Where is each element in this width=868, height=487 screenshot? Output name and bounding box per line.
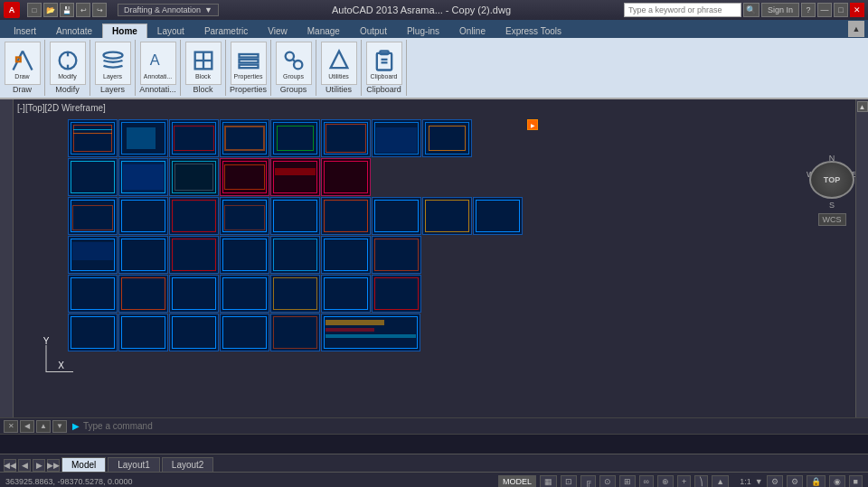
sheet-18[interactable] xyxy=(220,197,269,235)
scroll-up-btn[interactable]: ▲ xyxy=(857,101,868,112)
clipboard-icon[interactable]: Clipboard xyxy=(366,42,402,85)
sheet-39[interactable] xyxy=(118,314,168,351)
sheet-1[interactable] xyxy=(68,119,118,157)
tab-annotate[interactable]: Annotate xyxy=(46,23,102,38)
tab-nav-next[interactable]: ▶ xyxy=(33,459,45,472)
sheet-31[interactable] xyxy=(68,275,118,313)
groups-icon[interactable]: Groups xyxy=(276,42,312,85)
tab-nav-first[interactable]: ◀◀ xyxy=(4,459,16,472)
sheet-12[interactable] xyxy=(220,158,269,196)
ducs-btn[interactable]: ⊕ xyxy=(657,475,674,488)
model-btn[interactable]: MODEL xyxy=(498,475,536,488)
undo-btn[interactable]: ↩ xyxy=(76,3,90,17)
lw-btn[interactable]: ⎞ xyxy=(694,475,708,488)
cmd-down-btn[interactable]: ▼ xyxy=(52,420,67,433)
tab-layout1[interactable]: Layout1 xyxy=(108,457,160,472)
draw-icon[interactable]: Draw xyxy=(5,42,41,85)
sheet-2[interactable] xyxy=(118,119,168,157)
tab-parametric[interactable]: Parametric xyxy=(194,23,258,38)
sheet-25[interactable] xyxy=(118,236,168,274)
sheet-6[interactable] xyxy=(321,119,371,157)
sheet-32[interactable] xyxy=(118,275,168,313)
cmd-prev-btn[interactable]: ◀ xyxy=(20,420,34,433)
workspace-dropdown[interactable]: Drafting & Annotation ▼ xyxy=(118,4,219,16)
sheet-40[interactable] xyxy=(169,314,219,351)
sheet-11[interactable] xyxy=(169,158,219,196)
tab-express[interactable]: Express Tools xyxy=(495,23,571,38)
tab-online[interactable]: Online xyxy=(449,23,495,38)
isolate-btn[interactable]: ◉ xyxy=(829,475,845,488)
osnap-btn[interactable]: ⊞ xyxy=(619,475,636,488)
right-scrollbar[interactable]: ▲ xyxy=(855,99,868,417)
sheet-42[interactable] xyxy=(270,314,320,351)
tab-view[interactable]: View xyxy=(258,23,297,38)
sheet-19[interactable] xyxy=(270,197,320,235)
command-input[interactable] xyxy=(83,421,861,431)
snap-btn[interactable]: ⊡ xyxy=(561,475,577,488)
utilities-icon[interactable]: Utilities xyxy=(321,42,357,85)
otrack-btn[interactable]: ∞ xyxy=(639,475,654,488)
ribbon-options[interactable]: ▲ xyxy=(848,21,864,37)
search-btn[interactable]: 🔍 xyxy=(743,3,760,17)
tab-nav-last[interactable]: ▶▶ xyxy=(47,459,60,472)
tab-home[interactable]: Home xyxy=(102,23,147,38)
sheet-7[interactable] xyxy=(372,119,421,157)
sheet-37[interactable] xyxy=(372,275,421,313)
qp-btn[interactable]: ▲ xyxy=(712,475,729,488)
scale-arrow[interactable]: ▼ xyxy=(755,477,763,486)
anno-scale-btn[interactable]: ⚙ xyxy=(767,475,783,488)
sheet-8[interactable] xyxy=(422,119,472,157)
sheet-26[interactable] xyxy=(169,236,219,274)
sheet-38[interactable] xyxy=(68,314,118,351)
cmd-up-btn[interactable]: ▲ xyxy=(36,420,51,433)
tab-nav-prev[interactable]: ◀ xyxy=(18,459,31,472)
close-btn[interactable]: ✕ xyxy=(850,3,864,17)
cmd-close-btn[interactable]: ✕ xyxy=(4,420,18,433)
search-input[interactable] xyxy=(624,3,741,17)
sheet-16[interactable] xyxy=(118,197,168,235)
hardware-btn[interactable]: ■ xyxy=(849,475,863,488)
properties-icon[interactable]: Properties xyxy=(231,42,267,85)
polar-btn[interactable]: ⊙ xyxy=(599,475,616,488)
sheet-29[interactable] xyxy=(321,236,371,274)
tab-plugins[interactable]: Plug-ins xyxy=(397,23,449,38)
sheet-41[interactable] xyxy=(220,314,269,351)
sheet-43[interactable] xyxy=(321,314,420,351)
layers-icon[interactable]: Layers xyxy=(95,42,131,85)
sheet-13[interactable] xyxy=(270,158,320,196)
ortho-btn[interactable]: ╔ xyxy=(580,475,595,488)
maximize-btn[interactable]: □ xyxy=(834,3,848,17)
sheet-4[interactable] xyxy=(220,119,269,157)
tab-output[interactable]: Output xyxy=(350,23,397,38)
sheet-28[interactable] xyxy=(270,236,320,274)
sheet-9[interactable] xyxy=(68,158,118,196)
new-btn[interactable]: □ xyxy=(27,3,42,17)
tab-layout2[interactable]: Layout2 xyxy=(162,457,214,472)
sheet-5[interactable] xyxy=(270,119,320,157)
sheet-23[interactable] xyxy=(473,197,523,235)
annotation-icon[interactable]: A Annotati... xyxy=(140,42,176,85)
sheet-34[interactable] xyxy=(220,275,269,313)
sheet-36[interactable] xyxy=(321,275,371,313)
redo-btn[interactable]: ↪ xyxy=(92,3,107,17)
sheet-10[interactable] xyxy=(118,158,168,196)
sheet-20[interactable] xyxy=(321,197,371,235)
dyn-btn[interactable]: + xyxy=(677,475,691,488)
autocad-logo[interactable]: A xyxy=(4,2,20,18)
open-btn[interactable]: 📂 xyxy=(43,3,58,17)
help-btn[interactable]: ? xyxy=(801,3,816,17)
sheet-15[interactable] xyxy=(68,197,118,235)
sheet-33[interactable] xyxy=(169,275,219,313)
lock-btn[interactable]: 🔒 xyxy=(807,475,826,488)
tab-manage[interactable]: Manage xyxy=(297,23,350,38)
tab-model[interactable]: Model xyxy=(61,457,106,472)
sheet-22[interactable] xyxy=(422,197,472,235)
tab-layout[interactable]: Layout xyxy=(147,23,194,38)
sheet-24[interactable] xyxy=(68,236,118,274)
minimize-btn[interactable]: — xyxy=(817,3,832,17)
sheet-30[interactable] xyxy=(372,236,421,274)
sheet-3[interactable] xyxy=(169,119,219,157)
modify-icon[interactable]: Modify xyxy=(50,42,86,85)
signin-btn[interactable]: Sign In xyxy=(761,3,799,17)
sheet-27[interactable] xyxy=(220,236,269,274)
